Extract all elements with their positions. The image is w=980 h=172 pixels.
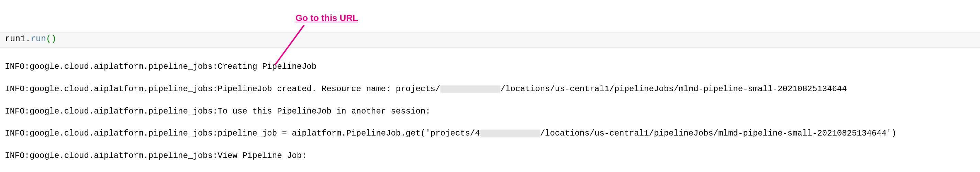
- code-input-cell: run1.run(): [0, 31, 980, 48]
- log-prefix: INFO:google.cloud.aiplatform.pipeline_jo…: [5, 84, 218, 94]
- code-object: run1: [5, 34, 25, 44]
- code-method: run: [30, 34, 46, 44]
- log-msg: PipelineJob created. Resource name: proj…: [218, 84, 440, 94]
- annotation-label: Go to this URL: [296, 12, 358, 24]
- code-parens: (): [46, 34, 56, 44]
- log-prefix: INFO:google.cloud.aiplatform.pipeline_jo…: [5, 62, 218, 71]
- log-prefix: INFO:google.cloud.aiplatform.pipeline_jo…: [5, 151, 218, 160]
- log-prefix: INFO:google.cloud.aiplatform.pipeline_jo…: [5, 107, 218, 116]
- log-msg: Creating PipelineJob: [218, 62, 317, 71]
- log-line-3: INFO:google.cloud.aiplatform.pipeline_jo…: [5, 106, 975, 117]
- output-log: INFO:google.cloud.aiplatform.pipeline_jo…: [0, 49, 980, 172]
- log-msg: /locations/us-central1/pipelineJobs/mlmd…: [500, 84, 847, 94]
- log-msg: View Pipeline Job:: [218, 151, 307, 160]
- log-line-4: INFO:google.cloud.aiplatform.pipeline_jo…: [5, 128, 975, 139]
- log-msg: To use this PipelineJob in another sessi…: [218, 107, 430, 116]
- log-msg: /locations/us-central1/pipelineJobs/mlmd…: [540, 129, 897, 138]
- log-msg: pipeline_job = aiplatform.PipelineJob.ge…: [218, 129, 480, 138]
- log-prefix: INFO:google.cloud.aiplatform.pipeline_jo…: [5, 129, 218, 138]
- redacted-project-id: [480, 130, 540, 137]
- log-line-1: INFO:google.cloud.aiplatform.pipeline_jo…: [5, 61, 975, 72]
- log-line-2: INFO:google.cloud.aiplatform.pipeline_jo…: [5, 84, 975, 95]
- redacted-project-id: [440, 85, 500, 93]
- log-line-5: INFO:google.cloud.aiplatform.pipeline_jo…: [5, 150, 975, 161]
